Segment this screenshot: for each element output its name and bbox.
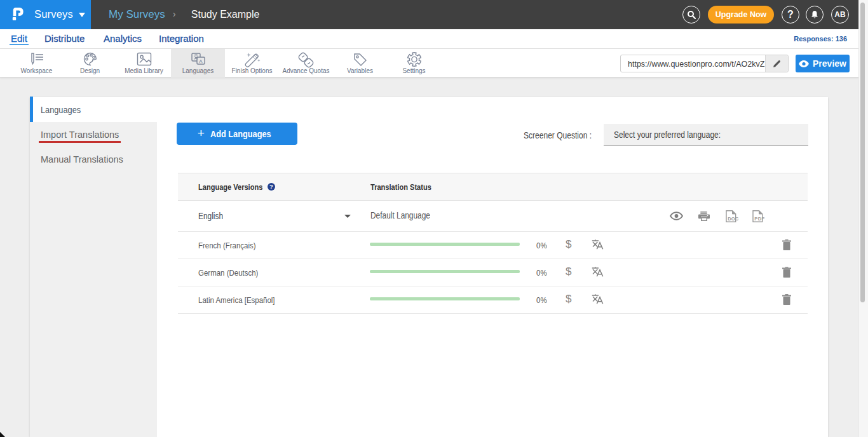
svg-text:DOC: DOC <box>728 216 738 222</box>
svg-text:A: A <box>199 58 203 64</box>
svg-text:PDF: PDF <box>754 216 764 222</box>
